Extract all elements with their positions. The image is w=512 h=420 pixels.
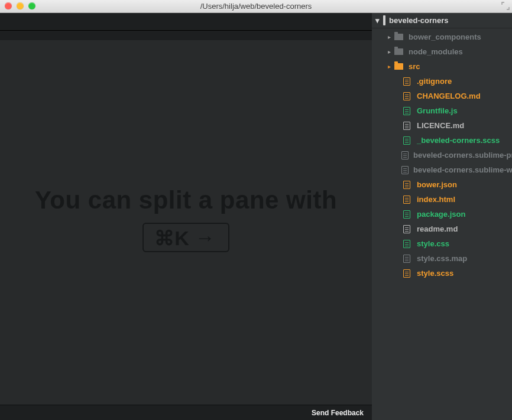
chevron-right-icon bbox=[385, 34, 393, 40]
file-label: bower.json bbox=[417, 180, 457, 189]
tab-strip[interactable] bbox=[0, 13, 372, 31]
keyboard-shortcut-cmd-k: ⌘K bbox=[154, 226, 189, 250]
tree-file-licence[interactable]: LICENCE.md bbox=[372, 118, 512, 133]
editor-pane: You can split a pane with ⌘K → Send Feed… bbox=[0, 13, 372, 420]
file-icon bbox=[401, 77, 412, 86]
file-label: style.css bbox=[417, 239, 449, 248]
file-icon bbox=[401, 225, 412, 233]
tree-file-style-css[interactable]: style.css bbox=[372, 236, 512, 251]
file-label: _beveled-corners.scss bbox=[417, 136, 500, 145]
send-feedback-link[interactable]: Send Feedback bbox=[312, 409, 364, 417]
folder-icon bbox=[393, 63, 404, 71]
file-icon bbox=[401, 166, 409, 174]
chevron-down-icon bbox=[375, 16, 380, 25]
file-icon bbox=[401, 181, 412, 189]
file-icon bbox=[401, 136, 412, 145]
tree-file-readme[interactable]: readme.md bbox=[372, 222, 512, 236]
file-label: package.json bbox=[417, 210, 465, 219]
tree-folder-bower-components[interactable]: bower_components bbox=[372, 30, 512, 44]
file-icon bbox=[401, 269, 412, 278]
tree-folder-src[interactable]: src bbox=[372, 59, 512, 74]
folder-icon bbox=[393, 48, 404, 56]
tree-folder-node-modules[interactable]: node_modules bbox=[372, 44, 512, 59]
file-label: LICENCE.md bbox=[417, 121, 464, 130]
file-icon bbox=[401, 122, 412, 130]
tree-file-package-json[interactable]: package.json bbox=[372, 207, 512, 222]
traffic-lights bbox=[5, 2, 35, 9]
file-icon bbox=[401, 255, 412, 263]
file-label: CHANGELOG.md bbox=[417, 92, 481, 100]
file-icon bbox=[401, 151, 409, 159]
project-root-row[interactable]: beveled-corners bbox=[372, 13, 512, 28]
split-pane-hint-keys: ⌘K → bbox=[142, 223, 229, 252]
repo-icon bbox=[383, 16, 385, 25]
file-label: style.css.map bbox=[417, 254, 467, 263]
status-bar: Send Feedback bbox=[0, 405, 372, 420]
file-tree-body[interactable]: bower_components node_modules src .gitig… bbox=[372, 28, 512, 420]
minimize-window-button[interactable] bbox=[17, 2, 24, 9]
editor-body[interactable]: You can split a pane with ⌘K → bbox=[0, 40, 372, 405]
file-label: .gitignore bbox=[417, 77, 452, 86]
window-titlebar: /Users/hilja/web/beveled-corners bbox=[0, 0, 512, 13]
maximize-window-button[interactable] bbox=[28, 2, 35, 9]
window-title: /Users/hilja/web/beveled-corners bbox=[200, 2, 312, 11]
folder-icon bbox=[393, 33, 404, 41]
split-pane-hint-text: You can split a pane with bbox=[35, 187, 337, 214]
file-icon bbox=[401, 92, 412, 100]
file-label: beveled-corners.sublime-project bbox=[413, 151, 512, 159]
file-icon bbox=[401, 107, 412, 115]
chevron-right-icon bbox=[385, 48, 393, 55]
tree-file-gruntfile[interactable]: Gruntfile.js bbox=[372, 103, 512, 118]
tree-file-beveled-corners-scss[interactable]: _beveled-corners.scss bbox=[372, 133, 512, 148]
file-label: readme.md bbox=[417, 224, 458, 233]
chevron-right-icon bbox=[385, 63, 393, 70]
tree-file-style-css-map[interactable]: style.css.map bbox=[372, 251, 512, 266]
tree-file-index-html[interactable]: index.html bbox=[372, 192, 512, 207]
file-label: index.html bbox=[417, 195, 455, 204]
folder-label: node_modules bbox=[409, 47, 463, 56]
folder-label: src bbox=[409, 62, 420, 71]
tab-bar-shadow bbox=[0, 31, 372, 40]
folder-label: bower_components bbox=[409, 32, 481, 41]
fullscreen-icon[interactable] bbox=[501, 2, 510, 10]
project-root-label: beveled-corners bbox=[389, 16, 448, 25]
app-body: You can split a pane with ⌘K → Send Feed… bbox=[0, 13, 512, 420]
file-tree-panel: beveled-corners bower_components node_mo… bbox=[372, 13, 512, 420]
file-label: beveled-corners.sublime-workspace bbox=[413, 165, 512, 174]
tree-file-gitignore[interactable]: .gitignore bbox=[372, 74, 512, 89]
tree-file-sublime-project[interactable]: beveled-corners.sublime-project bbox=[372, 148, 512, 162]
close-window-button[interactable] bbox=[5, 2, 12, 9]
tree-file-sublime-workspace[interactable]: beveled-corners.sublime-workspace bbox=[372, 162, 512, 177]
tree-file-bower-json[interactable]: bower.json bbox=[372, 177, 512, 192]
file-icon bbox=[401, 196, 412, 204]
keyboard-shortcut-arrow: → bbox=[195, 226, 215, 249]
file-icon bbox=[401, 210, 412, 219]
file-label: Gruntfile.js bbox=[417, 106, 458, 115]
file-icon bbox=[401, 240, 412, 248]
file-label: style.scss bbox=[417, 269, 453, 278]
tree-file-style-scss[interactable]: style.scss bbox=[372, 266, 512, 281]
tree-file-changelog[interactable]: CHANGELOG.md bbox=[372, 89, 512, 103]
